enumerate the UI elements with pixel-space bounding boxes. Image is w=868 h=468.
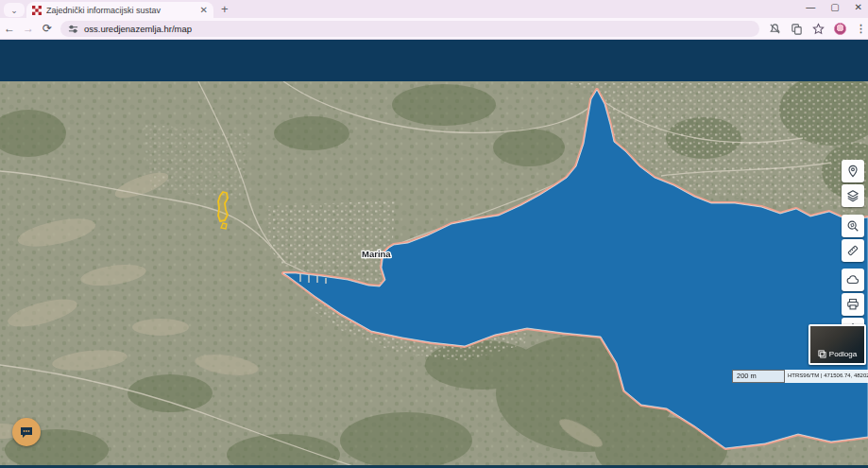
browser-toolbar: ← → ⟳ oss.uredjenazemlja.hr/map bbox=[0, 18, 868, 40]
blocked-permission-icon[interactable] bbox=[769, 23, 781, 35]
scale-bar: 200 m bbox=[732, 370, 785, 383]
reload-button[interactable]: ⟳ bbox=[38, 22, 57, 35]
tab-search-button[interactable]: ⌄ bbox=[4, 3, 25, 17]
basemap-icon bbox=[818, 350, 826, 358]
layers-button[interactable] bbox=[842, 184, 864, 207]
copy-page-icon[interactable] bbox=[791, 23, 803, 35]
application-window: ⌄ Zajednički informacijski sustav ✕ + — … bbox=[0, 0, 868, 468]
browser-tab[interactable]: Zajednički informacijski sustav ✕ bbox=[26, 2, 213, 18]
chevron-down-icon: ⌄ bbox=[10, 6, 18, 15]
layers-icon bbox=[846, 189, 859, 202]
browser-menu-icon[interactable]: ⋮ bbox=[856, 23, 866, 35]
search-area-button[interactable] bbox=[842, 215, 864, 237]
site-favicon bbox=[32, 6, 42, 15]
profile-avatar[interactable] bbox=[834, 23, 846, 35]
url-text: oss.uredjenazemlja.hr/map bbox=[84, 24, 192, 34]
printer-icon bbox=[846, 298, 859, 311]
map-canvas[interactable]: Marina bbox=[0, 81, 868, 468]
bookmark-star-icon[interactable] bbox=[812, 23, 825, 35]
coordinates-text: HTRS96/TM | 471506.74, 4820248.40 bbox=[788, 373, 868, 378]
cloud-button[interactable] bbox=[842, 269, 864, 291]
cloud-icon bbox=[846, 273, 859, 286]
location-pin-button[interactable] bbox=[842, 160, 864, 182]
basemap-label: Podloga bbox=[829, 350, 857, 358]
place-label: Marina bbox=[362, 249, 391, 259]
map-toolbar-group-1 bbox=[842, 160, 864, 207]
chat-bubble-icon bbox=[19, 425, 34, 440]
back-button[interactable]: ← bbox=[0, 22, 19, 35]
location-pin-icon bbox=[846, 165, 859, 178]
chat-widget-button[interactable] bbox=[12, 418, 41, 446]
forward-button[interactable]: → bbox=[19, 22, 38, 35]
window-maximize-button[interactable]: ▢ bbox=[830, 3, 839, 12]
map-toolbar-group-2 bbox=[842, 215, 864, 262]
address-bar[interactable]: oss.uredjenazemlja.hr/map bbox=[60, 21, 759, 37]
new-tab-button[interactable]: + bbox=[221, 2, 229, 16]
site-settings-icon bbox=[68, 24, 78, 34]
tab-close-icon[interactable]: ✕ bbox=[200, 6, 208, 15]
print-button[interactable] bbox=[842, 293, 864, 316]
window-minimize-button[interactable]: — bbox=[806, 3, 815, 12]
browser-tab-strip: ⌄ Zajednički informacijski sustav ✕ + — … bbox=[0, 0, 868, 18]
app-header: REPUBLIKA HRVATSKA Ministarstvo pravosuđ… bbox=[0, 40, 868, 81]
scale-label: 200 m bbox=[737, 372, 757, 380]
tab-title: Zajednički informacijski sustav bbox=[46, 6, 196, 15]
measure-button[interactable] bbox=[842, 239, 864, 262]
window-close-button[interactable]: ✕ bbox=[855, 3, 862, 12]
measure-ruler-icon bbox=[846, 244, 859, 257]
coordinates-readout: HTRS96/TM | 471506.74, 4820248.40 bbox=[785, 370, 868, 383]
basemap-selector[interactable]: Podloga bbox=[808, 324, 866, 365]
map-viewport[interactable]: Marina bbox=[0, 81, 868, 468]
search-area-icon bbox=[846, 219, 859, 233]
